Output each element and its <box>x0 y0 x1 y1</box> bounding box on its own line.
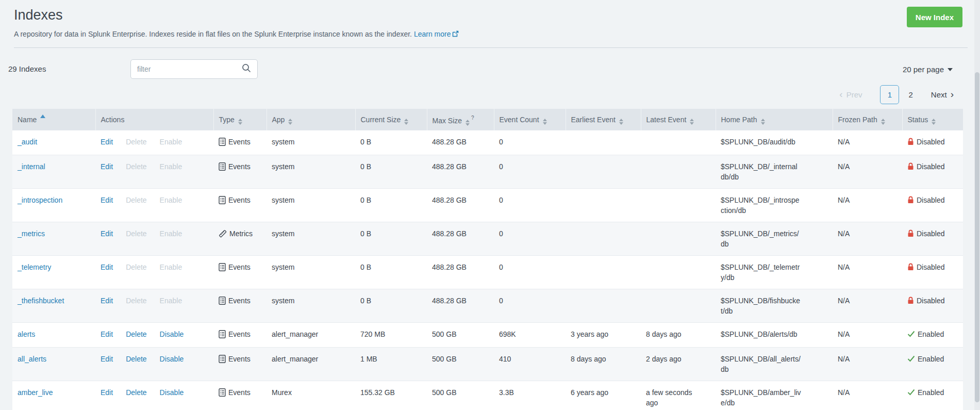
filter-box <box>130 59 258 79</box>
sort-icon <box>881 119 885 125</box>
toggle-action: Enable <box>160 297 182 305</box>
table-row: _audit EditDeleteEnable Events system 0 … <box>12 130 963 155</box>
event-count-cell: 0 <box>494 289 566 322</box>
column-header-latest-event[interactable]: Latest Event <box>641 109 716 130</box>
column-header-current-size[interactable]: Current Size <box>355 109 427 130</box>
page-1-button[interactable]: 1 <box>880 85 899 104</box>
edit-action[interactable]: Edit <box>101 330 113 338</box>
next-label: Next <box>931 90 947 99</box>
check-icon <box>907 389 915 396</box>
pagination: ‹Prev 12 Next› <box>839 85 954 104</box>
index-name-link[interactable]: _introspection <box>18 196 62 204</box>
app-cell: alert_manager <box>267 322 355 347</box>
column-header-event-count[interactable]: Event Count <box>494 109 566 130</box>
status-badge: Disabled <box>907 262 944 272</box>
delete-action[interactable]: Delete <box>126 388 146 397</box>
edit-action[interactable]: Edit <box>101 355 113 363</box>
max-size-cell: 488.28 GB <box>427 130 494 155</box>
column-header-status[interactable]: Status <box>902 109 963 130</box>
index-name-link[interactable]: _audit <box>18 138 37 146</box>
table-row: alerts EditDeleteDisable Events alert_ma… <box>12 322 963 347</box>
toggle-action[interactable]: Disable <box>160 355 184 363</box>
home-path-cell: $SPLUNK_DB/all_alerts/ db <box>716 347 833 381</box>
column-header-home-path[interactable]: Home Path <box>716 109 833 130</box>
delete-action: Delete <box>126 297 146 305</box>
index-name-link[interactable]: _internal <box>18 162 45 171</box>
column-label: Frozen Path <box>838 116 877 124</box>
index-name-link[interactable]: alerts <box>18 330 35 338</box>
index-name-link[interactable]: _thefishbucket <box>18 297 64 305</box>
edit-action[interactable]: Edit <box>101 388 113 397</box>
index-name-link[interactable]: _telemetry <box>18 263 51 271</box>
per-page-dropdown[interactable]: 20 per page <box>903 65 953 74</box>
scrollbar-thumb[interactable] <box>975 72 979 402</box>
chevron-down-icon <box>948 68 953 71</box>
max-size-cell: 488.28 GB <box>427 222 494 255</box>
column-header-frozen-path[interactable]: Frozen Path <box>833 109 902 130</box>
status-label: Disabled <box>917 161 944 172</box>
event-count-cell: 3.3B <box>494 381 566 410</box>
edit-action[interactable]: Edit <box>101 138 113 146</box>
edit-action[interactable]: Edit <box>101 162 113 171</box>
column-label: Home Path <box>721 116 757 124</box>
index-name-link[interactable]: _metrics <box>18 229 45 238</box>
type-cell: Events <box>219 262 251 272</box>
edit-action[interactable]: Edit <box>101 297 113 305</box>
type-cell: Events <box>219 387 251 398</box>
delete-action[interactable]: Delete <box>126 330 146 338</box>
app-cell: system <box>267 155 355 188</box>
edit-action[interactable]: Edit <box>101 263 113 271</box>
event-count-cell: 0 <box>494 255 566 289</box>
max-size-cell: 488.28 GB <box>427 155 494 188</box>
type-label: Events <box>228 195 251 205</box>
type-label: Metrics <box>229 228 253 239</box>
check-icon <box>907 355 915 362</box>
earliest-event-cell <box>566 155 641 188</box>
column-header-type[interactable]: Type <box>213 109 267 130</box>
toggle-action[interactable]: Disable <box>160 388 184 397</box>
filter-input[interactable] <box>137 65 242 73</box>
current-size-cell: 155.32 GB <box>355 381 427 410</box>
index-name-link[interactable]: amber_live <box>18 388 53 397</box>
event-count-cell: 698K <box>494 322 566 347</box>
app-cell: system <box>267 289 355 322</box>
learn-more-label: Learn more <box>414 30 451 38</box>
delete-action[interactable]: Delete <box>126 355 146 363</box>
column-label: Latest Event <box>646 116 687 124</box>
delete-action: Delete <box>126 162 146 171</box>
edit-action[interactable]: Edit <box>101 196 113 204</box>
table-row: all_alerts EditDeleteDisable Events aler… <box>12 347 963 381</box>
table-controls: 29 Indexes 20 per page ‹Prev 12 Next› <box>0 48 980 109</box>
events-icon <box>219 355 226 363</box>
learn-more-link[interactable]: Learn more <box>414 30 459 38</box>
column-header-name[interactable]: Name <box>12 109 95 130</box>
type-cell: Events <box>219 354 251 364</box>
home-path-cell: $SPLUNK_DB/_metrics/ db <box>716 222 833 255</box>
home-path-cell: $SPLUNK_DB/_telemetr y/db <box>716 255 833 289</box>
column-header-max-size[interactable]: Max Size? <box>427 109 494 130</box>
sort-icon <box>238 119 242 125</box>
latest-event-cell <box>641 130 716 155</box>
index-name-link[interactable]: all_alerts <box>18 355 46 363</box>
max-size-cell: 488.28 GB <box>427 289 494 322</box>
frozen-path-cell: N/A <box>833 381 902 410</box>
type-cell: Events <box>219 137 251 147</box>
lock-icon <box>907 297 914 304</box>
new-index-button[interactable]: New Index <box>907 7 962 27</box>
edit-action[interactable]: Edit <box>101 229 113 238</box>
column-header-app[interactable]: App <box>267 109 355 130</box>
frozen-path-cell: N/A <box>833 347 902 381</box>
column-header-earliest-event[interactable]: Earliest Event <box>566 109 641 130</box>
toggle-action[interactable]: Disable <box>160 330 184 338</box>
chevron-left-icon: ‹ <box>839 89 842 100</box>
per-page-label: 20 per page <box>903 65 944 74</box>
frozen-path-cell: N/A <box>833 322 902 347</box>
status-badge: Enabled <box>907 354 944 364</box>
frozen-path-cell: N/A <box>833 222 902 255</box>
status-label: Enabled <box>918 387 944 398</box>
earliest-event-cell <box>566 255 641 289</box>
description-text: A repository for data in Splunk Enterpri… <box>14 30 412 38</box>
home-path-cell: $SPLUNK_DB/alerts/db <box>716 322 833 347</box>
page-2-button[interactable]: 2 <box>908 90 912 99</box>
next-page-button[interactable]: Next› <box>931 90 954 99</box>
